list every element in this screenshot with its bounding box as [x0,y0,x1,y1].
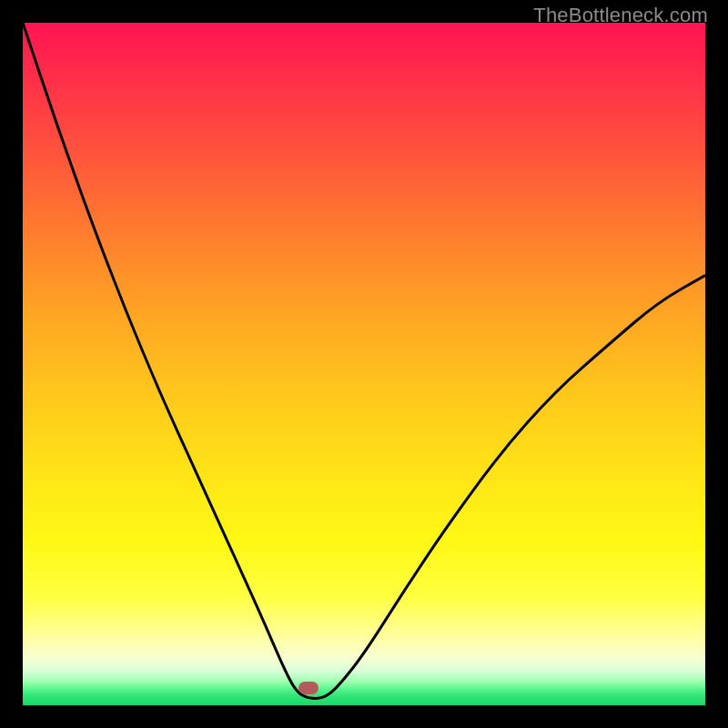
bottleneck-curve [23,23,705,705]
chart-frame: TheBottleneck.com [0,0,728,728]
plot-area [23,23,705,705]
curve-path [23,23,705,699]
optimal-point-marker [298,682,318,694]
